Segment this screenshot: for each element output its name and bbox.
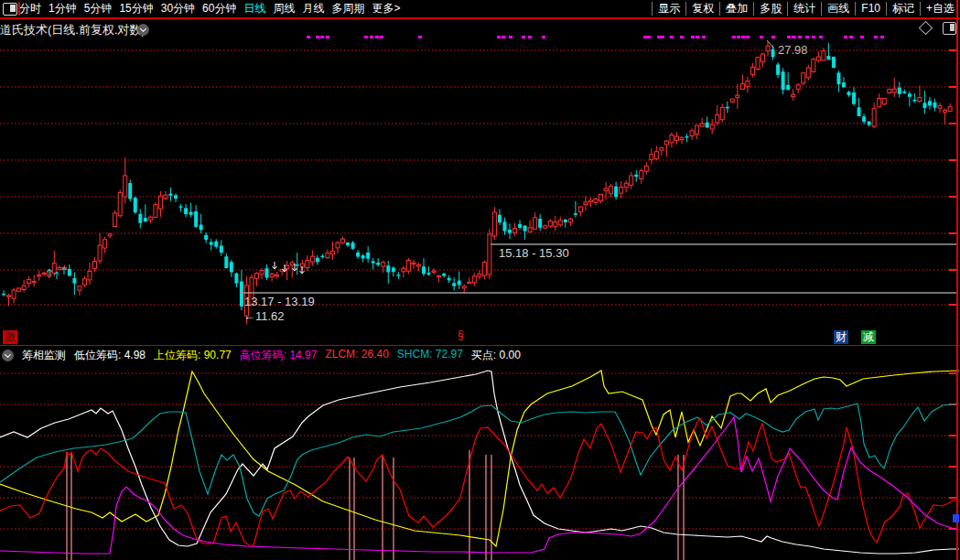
finance-flag-badge[interactable]: 财 (834, 330, 848, 344)
indicator-chart[interactable] (0, 363, 960, 560)
money-mark: § (458, 328, 464, 341)
right-border-line (956, 0, 958, 560)
left-flag-badge[interactable]: 激 (3, 330, 17, 344)
high-price-label: 27.98 (778, 43, 808, 57)
low-price-label: ←11.62 (243, 309, 285, 323)
reduce-flag-badge[interactable]: 减 (861, 330, 876, 344)
panel-toggle-icon[interactable] (943, 22, 956, 35)
price-range-label-2: 13.17 - 13.19 (244, 295, 315, 308)
indicator-field-5: 买点: 0.00 (471, 348, 521, 363)
candlestick-chart[interactable]: § (0, 0, 960, 345)
indicator-dropdown-icon[interactable] (2, 350, 14, 361)
indicator-field-3: ZLCM: 26.40 (325, 348, 388, 363)
price-range-label-1: 15.18 - 15.30 (499, 246, 569, 260)
trading-app-window: { "menu_bar": { "left_items": ["分时","1分钟… (0, 0, 960, 560)
indicator-field-1: 上位筹码: 90.77 (154, 348, 232, 363)
scroll-marker[interactable] (953, 514, 959, 522)
indicator-field-4: SHCM: 72.97 (397, 348, 463, 363)
indicator-name[interactable]: 筹相监测 (22, 348, 66, 363)
panel-divider (0, 345, 960, 346)
indicator-header: 筹相监测 低位筹码: 4.98上位筹码: 90.77高位筹码: 14.97ZLC… (2, 348, 521, 362)
indicator-field-2: 高位筹码: 14.97 (240, 348, 318, 363)
indicator-field-0: 低位筹码: 4.98 (74, 348, 146, 363)
indicator-values: 低位筹码: 4.98上位筹码: 90.77高位筹码: 14.97ZLCM: 26… (74, 348, 521, 363)
